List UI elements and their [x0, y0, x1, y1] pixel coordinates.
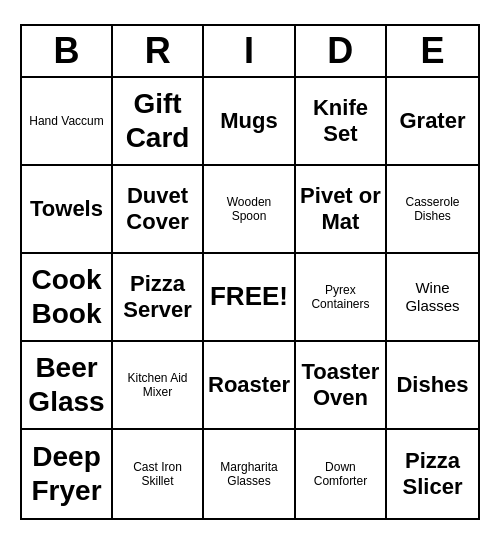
- header-letter-r: R: [113, 26, 204, 76]
- cell-23: Down Comforter: [296, 430, 387, 518]
- cell-text-21: Cast Iron Skillet: [117, 460, 198, 489]
- cell-4: Grater: [387, 78, 478, 166]
- cell-text-19: Dishes: [396, 372, 468, 398]
- header-letter-b: B: [22, 26, 113, 76]
- cell-text-18: Toaster Oven: [300, 359, 381, 412]
- cell-10: Cook Book: [22, 254, 113, 342]
- cell-text-6: Duvet Cover: [117, 183, 198, 236]
- cell-15: Beer Glass: [22, 342, 113, 430]
- cell-3: Knife Set: [296, 78, 387, 166]
- cell-text-0: Hand Vaccum: [29, 114, 103, 128]
- cell-0: Hand Vaccum: [22, 78, 113, 166]
- cell-text-2: Mugs: [220, 108, 277, 134]
- cell-22: Margharita Glasses: [204, 430, 296, 518]
- cell-text-12: FREE!: [210, 281, 288, 312]
- cell-14: Wine Glasses: [387, 254, 478, 342]
- cell-text-23: Down Comforter: [300, 460, 381, 489]
- cell-9: Casserole Dishes: [387, 166, 478, 254]
- cell-6: Duvet Cover: [113, 166, 204, 254]
- cell-18: Toaster Oven: [296, 342, 387, 430]
- cell-19: Dishes: [387, 342, 478, 430]
- header-letter-d: D: [296, 26, 387, 76]
- cell-20: Deep Fryer: [22, 430, 113, 518]
- header-letter-e: E: [387, 26, 478, 76]
- cell-text-24: Pizza Slicer: [391, 448, 474, 501]
- cell-text-22: Margharita Glasses: [208, 460, 290, 489]
- cell-text-15: Beer Glass: [26, 351, 107, 418]
- cell-17: Roaster: [204, 342, 296, 430]
- cell-text-11: Pizza Server: [117, 271, 198, 324]
- cell-2: Mugs: [204, 78, 296, 166]
- cell-text-4: Grater: [399, 108, 465, 134]
- cell-text-17: Roaster: [208, 372, 290, 398]
- cell-text-16: Kitchen Aid Mixer: [117, 371, 198, 400]
- cell-text-13: Pyrex Containers: [300, 283, 381, 312]
- cell-text-14: Wine Glasses: [391, 279, 474, 315]
- bingo-card: BRIDE Hand VaccumGift CardMugsKnife SetG…: [20, 24, 480, 520]
- cell-5: Towels: [22, 166, 113, 254]
- cell-24: Pizza Slicer: [387, 430, 478, 518]
- cell-text-3: Knife Set: [300, 95, 381, 148]
- bingo-grid: Hand VaccumGift CardMugsKnife SetGraterT…: [22, 78, 478, 518]
- cell-text-5: Towels: [30, 196, 103, 222]
- header-letter-i: I: [204, 26, 295, 76]
- cell-text-1: Gift Card: [117, 87, 198, 154]
- header-row: BRIDE: [22, 26, 478, 78]
- cell-7: Wooden Spoon: [204, 166, 296, 254]
- cell-text-10: Cook Book: [26, 263, 107, 330]
- cell-text-9: Casserole Dishes: [391, 195, 474, 224]
- cell-16: Kitchen Aid Mixer: [113, 342, 204, 430]
- cell-text-7: Wooden Spoon: [208, 195, 290, 224]
- cell-8: Pivet or Mat: [296, 166, 387, 254]
- cell-text-20: Deep Fryer: [26, 440, 107, 507]
- cell-13: Pyrex Containers: [296, 254, 387, 342]
- cell-11: Pizza Server: [113, 254, 204, 342]
- cell-21: Cast Iron Skillet: [113, 430, 204, 518]
- cell-text-8: Pivet or Mat: [300, 183, 381, 236]
- cell-1: Gift Card: [113, 78, 204, 166]
- cell-12: FREE!: [204, 254, 296, 342]
